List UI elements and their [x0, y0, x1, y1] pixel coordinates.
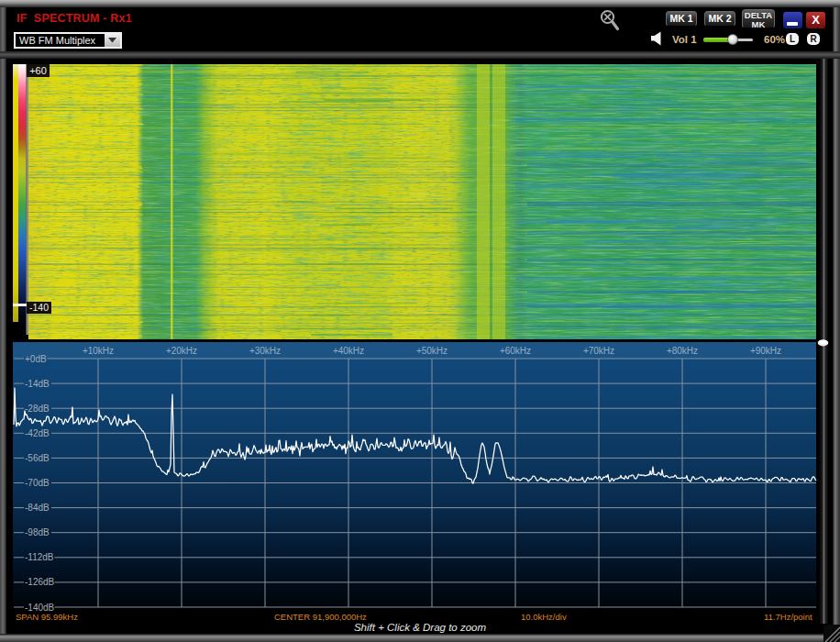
svg-text:-42dB: -42dB [25, 428, 50, 438]
svg-text:-112dB: -112dB [25, 552, 54, 562]
svg-text:-28dB: -28dB [25, 404, 50, 414]
svg-text:+60kHz: +60kHz [500, 346, 531, 356]
svg-text:-140dB: -140dB [25, 603, 55, 613]
svg-text:+0dB: +0dB [25, 354, 47, 364]
svg-text:-56dB: -56dB [25, 453, 50, 463]
svg-text:+70kHz: +70kHz [583, 346, 614, 356]
svg-text:+90kHz: +90kHz [750, 346, 781, 356]
svg-text:-98dB: -98dB [25, 527, 50, 537]
svg-text:+30kHz: +30kHz [249, 346, 281, 356]
svg-text:-14dB: -14dB [25, 379, 50, 389]
svg-text:+50kHz: +50kHz [416, 346, 448, 356]
svg-text:-70dB: -70dB [25, 478, 50, 488]
svg-text:+20kHz: +20kHz [166, 346, 197, 356]
svg-text:-126dB: -126dB [25, 577, 55, 587]
svg-text:+40kHz: +40kHz [333, 346, 364, 356]
svg-text:-84dB: -84dB [25, 503, 50, 513]
svg-text:+10kHz: +10kHz [83, 346, 114, 356]
svg-text:+80kHz: +80kHz [667, 346, 698, 356]
